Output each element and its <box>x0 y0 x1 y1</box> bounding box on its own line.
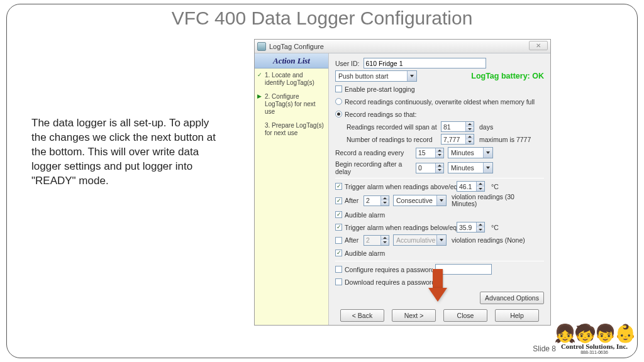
span-spinner[interactable]: 81 <box>441 121 474 132</box>
step-2[interactable]: ▶2. Configure LogTag(s) for next use <box>255 90 328 119</box>
delay-unit-select[interactable]: Minutes <box>448 162 493 173</box>
record-continuous-radio[interactable] <box>335 98 342 105</box>
action-list-sidebar: Action List ✓1. Locate and identify LogT… <box>255 53 329 325</box>
download-pw-checkbox[interactable] <box>335 278 342 285</box>
audible-above-checkbox[interactable] <box>335 211 342 218</box>
battery-status: LogTag battery: OK <box>471 72 544 80</box>
after-above-checkbox[interactable] <box>335 197 342 204</box>
chevron-down-icon <box>407 71 416 81</box>
trigger-above-value[interactable]: 46.1 <box>457 181 485 192</box>
close-icon: ✕ <box>536 42 541 49</box>
dialog-title: LogTag Configure <box>269 43 324 50</box>
footer-logo: 👧🧒👦👶 Control Solutions, Inc. 888-311-063… <box>554 325 635 354</box>
after-above-value[interactable]: 2 <box>364 195 389 206</box>
trigger-below-value[interactable]: 35.9 <box>457 222 485 233</box>
divider <box>335 178 544 178</box>
back-button[interactable]: < Back <box>340 309 384 322</box>
enable-prestart-checkbox[interactable] <box>335 85 342 92</box>
userid-field[interactable] <box>364 58 486 69</box>
advanced-options-button[interactable]: Advanced Options <box>480 292 544 304</box>
start-mode-select[interactable]: Push button start <box>335 70 417 82</box>
audible-below-checkbox[interactable] <box>335 250 342 256</box>
company-name: Control Solutions, Inc. <box>554 343 635 350</box>
close-dialog-button[interactable]: Close <box>443 309 487 322</box>
dialog-titlebar[interactable]: LogTag Configure ✕ <box>255 40 550 53</box>
attention-arrow-icon <box>428 269 447 303</box>
arrow-right-icon: ▶ <box>257 93 262 100</box>
numreadings-spinner[interactable]: 7,777 <box>441 134 474 145</box>
record-so-that-radio[interactable] <box>335 111 342 118</box>
trigger-below-checkbox[interactable] <box>335 224 342 231</box>
help-button[interactable]: Help <box>495 309 539 322</box>
after-below-mode-select: Accumulative <box>393 234 447 246</box>
after-below-value: 2 <box>364 235 389 246</box>
sidebar-header: Action List <box>255 53 328 69</box>
app-icon <box>257 42 266 51</box>
people-icon: 👧🧒👦👶 <box>554 325 635 343</box>
step-3[interactable]: 3. Prepare LogTag(s) for next use <box>255 119 328 140</box>
after-above-mode-select[interactable]: Consecutive <box>393 195 447 206</box>
step-1[interactable]: ✓1. Locate and identify LogTag(s) <box>255 69 328 90</box>
record-every-unit-select[interactable]: Minutes <box>448 147 493 158</box>
after-below-checkbox[interactable] <box>335 237 342 244</box>
close-button[interactable]: ✕ <box>529 41 548 50</box>
delay-spinner[interactable]: 0 <box>416 163 444 173</box>
company-phone: 888-311-0636 <box>554 350 635 354</box>
next-button[interactable]: Next > <box>392 309 436 322</box>
record-every-spinner[interactable]: 15 <box>416 148 444 158</box>
configure-pw-checkbox[interactable] <box>335 266 342 273</box>
divider <box>335 261 544 261</box>
trigger-above-checkbox[interactable] <box>335 183 342 190</box>
slide-number: Slide 8 <box>533 344 556 353</box>
dialog-main-panel: User ID: Push button start LogTag batter… <box>329 53 550 325</box>
slide-body-text: The data logger is all set-up. To apply … <box>31 116 220 189</box>
logtag-configure-dialog: LogTag Configure ✕ Action List ✓1. Locat… <box>254 39 551 326</box>
check-icon: ✓ <box>257 72 262 79</box>
userid-label: User ID: <box>335 60 360 67</box>
